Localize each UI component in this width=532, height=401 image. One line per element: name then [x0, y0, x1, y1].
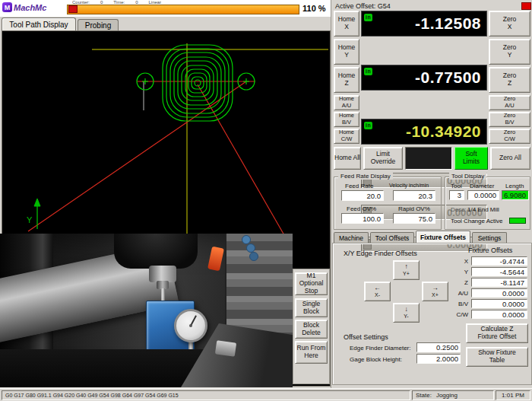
app-logo: M MachMc	[2, 2, 46, 12]
home-au-axis: A/U	[342, 103, 352, 110]
arrow-down-icon: ↓	[404, 306, 407, 313]
tab-machine[interactable]: Machine	[334, 232, 369, 243]
tab-fixture-offsets-label: Fixture Offsets	[420, 234, 466, 241]
jog-x-plus-label: X+	[432, 292, 439, 298]
gage-block-height-label: Gage Block Height:	[350, 356, 402, 363]
progress-bar	[67, 5, 299, 14]
alarm-indicator-icon[interactable]	[521, 2, 531, 10]
dro-y: in -0.77500	[361, 65, 487, 91]
run-from-here-button[interactable]: Run From Here	[295, 341, 328, 364]
home-z-axis: Z	[344, 80, 348, 88]
stop-indicator-icon[interactable]	[68, 5, 78, 13]
fx-au-text: 0.0000	[502, 289, 524, 298]
jog-x-minus-button[interactable]: ← X-	[364, 282, 391, 301]
feed-ov-value: 100.0	[341, 213, 384, 224]
home-au-button[interactable]: Home A/U	[334, 95, 359, 110]
tool-length-text: 6.9080	[504, 191, 526, 199]
dro-x-value: -1.12508	[415, 14, 481, 33]
feed-ov-label: Feed OV%	[347, 205, 376, 212]
feed-rate-text: 20.0	[367, 192, 382, 200]
jog-y-minus-button[interactable]: ↓ Y-	[393, 303, 420, 323]
home-z-button[interactable]: Home Z	[334, 67, 359, 93]
rapid-ov-value: 75.0	[393, 213, 435, 224]
block-delete-button[interactable]: Block Delete	[295, 320, 328, 339]
gcode-modal-text: G0 G17 G80 G91.1 G94 G20 G40 G49 G54 G98…	[5, 393, 179, 398]
tab-fixture-offsets[interactable]: Fixture Offsets	[416, 231, 470, 243]
velocity-label: Velocity inch/min	[389, 183, 429, 188]
feed-ov-text: 100.0	[363, 215, 381, 223]
feed-rate-label: Feed Rate	[345, 183, 373, 189]
velocity-value: 20.3	[393, 190, 435, 201]
zero-cw-axis: C/W	[504, 136, 515, 143]
spindle-housing	[114, 234, 198, 269]
zero-bv-button[interactable]: Zero B/V	[489, 112, 530, 127]
arrow-up-icon: ↑	[404, 263, 407, 271]
optional-stop-label: M1 Optional Stop	[296, 272, 327, 294]
state-label: State:	[416, 392, 432, 399]
home-x-axis: X	[344, 24, 349, 31]
machine-state-cell: State: Jogging	[412, 390, 494, 400]
tool-display-group: Tool Display Tool Diameter Length 3 0.00…	[445, 177, 530, 230]
unit-in-badge: in	[364, 68, 372, 75]
fx-y-label: Y	[451, 269, 468, 275]
edge-finder-diameter-input[interactable]	[416, 342, 461, 352]
tool-number-value: 3	[449, 190, 464, 200]
jog-y-plus-button[interactable]: ↑ Y+	[393, 260, 420, 280]
zero-cw-button[interactable]: Zero C/W	[489, 129, 530, 144]
tab-tool-offsets-label: Tool Offsets	[375, 234, 410, 242]
clamp-part	[215, 340, 236, 356]
webcam-view	[0, 234, 293, 387]
fx-au-label: A/U	[451, 290, 468, 297]
home-all-button[interactable]: Home All	[334, 147, 361, 170]
fx-y-text: -4.5644	[500, 268, 524, 276]
zero-bv-axis: B/V	[505, 119, 514, 126]
jog-x-plus-button[interactable]: → X+	[422, 282, 448, 301]
tab-settings[interactable]: Settings	[472, 232, 507, 243]
home-cw-button[interactable]: Home C/W	[334, 129, 359, 144]
tab-tool-offsets[interactable]: Tool Offsets	[370, 232, 414, 243]
tool-desc-value: 1/4 End Mill	[467, 206, 499, 213]
calculate-z-fixture-offset-button[interactable]: Calculate Z Fixture Offset	[466, 323, 528, 343]
tool-display-group-title: Tool Display	[449, 173, 486, 180]
limit-override-label: Limit Override	[368, 151, 398, 166]
tab-machine-label: Machine	[339, 234, 363, 242]
zero-y-button[interactable]: Zero Y	[489, 39, 530, 65]
dro-y-value: -0.77500	[415, 68, 481, 87]
show-fixture-table-button[interactable]: Show Fixture Table	[466, 347, 528, 367]
gage-block-height-input[interactable]	[416, 354, 461, 364]
orange-fixture-part	[207, 247, 224, 272]
state-value: Jogging	[436, 392, 458, 399]
velocity-text: 20.3	[419, 192, 433, 200]
tab-tool-path-display[interactable]: Tool Path Display	[2, 18, 76, 30]
fx-bv-label: B/V	[451, 301, 468, 307]
zero-z-button[interactable]: Zero Z	[489, 67, 530, 93]
home-bv-button[interactable]: Home B/V	[334, 112, 359, 127]
tool-desc-label: Desc:	[451, 206, 466, 213]
fx-cw-text: 0.0000	[502, 310, 524, 319]
soft-limits-button[interactable]: Soft Limits	[454, 147, 488, 170]
calculate-z-label: Calculate Z Fixture Offset	[473, 326, 521, 341]
zero-all-button[interactable]: Zero All	[490, 147, 530, 170]
single-block-button[interactable]: Single Block	[295, 298, 328, 317]
zero-x-button[interactable]: Zero X	[489, 11, 530, 37]
coolant-hose	[239, 235, 258, 266]
clock-cell: 1:01 PM	[496, 390, 530, 400]
home-x-button[interactable]: Home X	[334, 11, 359, 37]
zero-au-button[interactable]: Zero A/U	[489, 95, 530, 110]
override-percent: 110 %	[302, 4, 326, 13]
dro-z: in -10.34920	[361, 119, 487, 145]
tab-probing-label: Probing	[85, 21, 111, 30]
rapid-ov-text: 75.0	[419, 215, 433, 223]
feed-rate-group: Feed Rate Display Feed Rate Velocity inc…	[334, 177, 442, 230]
limit-override-button[interactable]: Limit Override	[363, 147, 403, 170]
fx-x-value: -9.4744	[471, 256, 527, 266]
optional-stop-button[interactable]: M1 Optional Stop	[295, 272, 328, 295]
dro-x: in -1.12508	[361, 11, 487, 37]
arrow-left-icon: ←	[374, 285, 381, 292]
show-fixture-table-label: Show Fixture Table	[477, 349, 517, 364]
edge-finder-title: X/Y Edge Finder Offsets	[344, 250, 417, 257]
home-y-button[interactable]: Home Y	[334, 39, 359, 65]
zero-au-axis: A/U	[505, 103, 515, 110]
tab-probing[interactable]: Probing	[78, 19, 119, 30]
home-cw-axis: C/W	[341, 136, 353, 143]
